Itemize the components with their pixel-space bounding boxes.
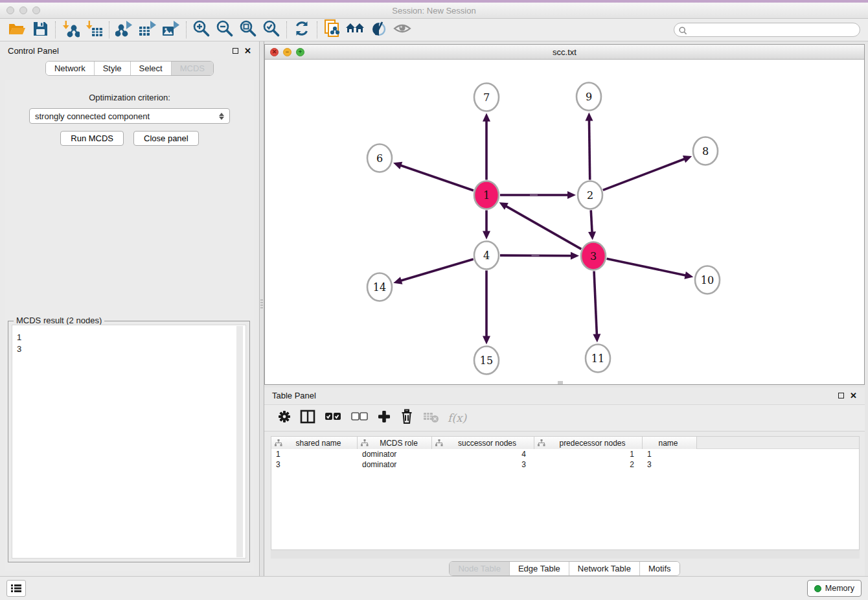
edge-arrowhead-icon [393,277,402,284]
graph-edge[interactable] [607,259,687,275]
splitter-grip[interactable] [260,299,263,308]
table-row[interactable]: 3 dominator 3 2 3 [271,459,859,470]
show-column-panel-button[interactable] [300,410,315,426]
close-view-button[interactable]: ✕ [270,48,279,56]
tab-node-table[interactable]: Node Table [450,562,509,575]
graph-node-label: 15 [480,354,493,367]
function-builder-button[interactable]: f(x) [448,411,466,424]
tab-select[interactable]: Select [130,62,171,75]
mcds-result-title: MCDS result (2 nodes) [14,316,104,325]
graph-node-label: 1 [483,189,490,202]
delete-table-button[interactable] [422,410,439,426]
float-panel-icon[interactable] [233,48,238,54]
export-table-button[interactable] [136,20,159,40]
zoom-in-button[interactable] [190,20,213,40]
select-all-rows-button[interactable] [324,411,342,425]
graph-edge[interactable] [505,205,581,249]
mcds-result-group: MCDS result (2 nodes) 1 3 [8,321,250,562]
search-input[interactable] [674,23,860,37]
cell-predecessor-nodes: 1 [534,450,643,459]
memory-button[interactable]: Memory [807,580,862,597]
export-image-button[interactable] [159,20,183,40]
network-from-file-button[interactable] [321,20,344,40]
right-column: ✕ − + scc.txt 1234678910111415 Table Pan… [264,41,868,578]
graph-node-label: 4 [483,249,490,262]
delete-column-button[interactable] [400,409,414,427]
tab-motifs[interactable]: Motifs [639,562,680,575]
close-table-panel-icon[interactable]: ✕ [850,391,857,400]
float-table-panel-icon[interactable] [838,393,844,398]
import-table-button[interactable] [82,20,106,40]
eye-icon [393,21,412,39]
import-network-button[interactable] [59,20,82,40]
table-header-row: shared name MCDS role successor nodes pr… [271,437,859,449]
cell-shared-name: 1 [271,450,358,459]
criterion-select[interactable]: strongly connected component [29,108,230,124]
tab-edge-table[interactable]: Edge Table [509,562,569,575]
save-floppy-icon [32,20,49,40]
edge-arrowhead-icon [567,191,576,199]
task-history-button[interactable] [6,580,26,597]
graph-edge[interactable] [591,210,592,233]
column-header-name[interactable]: name [643,437,697,449]
tab-mcds[interactable]: MCDS [171,62,213,75]
graph-node-label: 11 [591,352,604,365]
tab-style[interactable]: Style [94,62,130,75]
column-header-mcds-role[interactable]: MCDS role [358,437,432,449]
graph-edge[interactable] [400,259,474,281]
hide-panels-button[interactable] [367,20,391,40]
table-hscrollbar[interactable] [271,549,860,559]
mcds-panel: Optimization criterion: strongly connect… [5,80,254,571]
close-panel-button[interactable]: Close panel [133,131,199,146]
zoom-selected-button[interactable] [260,20,283,40]
zoom-fit-button[interactable] [236,20,260,40]
column-header-successor-nodes[interactable]: successor nodes [432,437,534,449]
column-header-shared-name[interactable]: shared name [271,437,358,449]
mcds-result-list[interactable]: 1 3 [12,325,246,559]
graph-edge[interactable] [589,119,589,179]
header-filler [697,437,859,449]
eye-slash-icon [370,20,388,40]
open-folder-icon [8,20,26,40]
network-canvas[interactable]: 1234678910111415 [265,60,864,384]
graph-node-label: 2 [587,189,593,202]
zoom-out-icon [216,19,234,40]
result-scrollbar[interactable] [236,326,243,557]
tab-network-table[interactable]: Network Table [569,562,639,575]
refresh-button[interactable] [290,20,314,40]
toolbar-separator [109,21,109,38]
table-panel: Table Panel ✕ [264,387,865,578]
edge-arrowhead-icon [684,271,693,279]
minimize-view-button[interactable]: − [283,48,291,56]
open-session-button[interactable] [5,20,29,40]
table-row[interactable]: 1 dominator 4 1 1 [271,449,859,459]
tab-network[interactable]: Network [46,62,94,75]
toggle-views-button[interactable] [391,20,414,40]
network-window-titlebar[interactable]: ✕ − + scc.txt [265,45,864,60]
export-image-icon [161,19,181,40]
zoom-in-icon [192,19,211,40]
zoom-out-button[interactable] [213,20,236,40]
canvas-resize-grip[interactable] [558,381,563,384]
table-panel-header: Table Panel ✕ [264,387,865,403]
cell-name: 3 [643,460,697,469]
column-header-predecessor-nodes[interactable]: predecessor nodes [534,437,643,449]
close-panel-icon[interactable]: ✕ [244,47,251,55]
graph-edge[interactable] [399,165,473,191]
graph-node-label: 9 [586,91,592,103]
edge-arrowhead-icon [585,112,593,121]
panel-splitter[interactable] [259,41,264,578]
graph-edge[interactable] [594,271,597,336]
deselect-all-rows-button[interactable] [350,411,369,425]
save-session-button[interactable] [29,20,52,40]
edge-arrowhead-icon [593,334,600,342]
run-mcds-button[interactable]: Run MCDS [60,131,124,146]
add-column-button[interactable] [377,410,391,426]
maximize-view-button[interactable]: + [296,48,304,56]
cell-mcds-role: dominator [358,460,432,469]
table-settings-button[interactable] [277,410,291,426]
graph-edge[interactable] [603,159,686,190]
graph-node-label: 10 [701,274,714,286]
export-network-button[interactable] [113,20,136,40]
show-all-windows-button[interactable] [344,20,367,40]
